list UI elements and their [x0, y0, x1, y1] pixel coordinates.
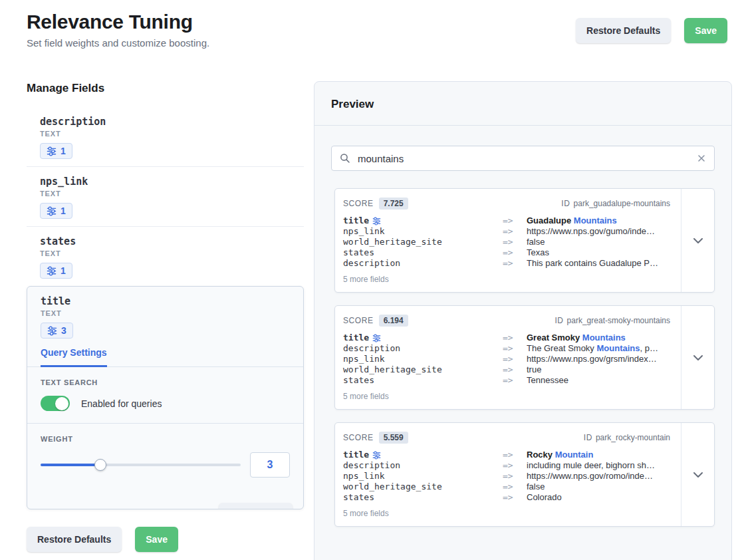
- result-field-name: world_heritage_site: [343, 237, 503, 247]
- result-field-name: title: [343, 215, 503, 226]
- restore-defaults-button-footer[interactable]: Restore Defaults: [27, 527, 122, 552]
- result-field-value: Colorado: [527, 492, 670, 503]
- result-field-name: nps_link: [343, 226, 503, 237]
- value-text: Colorado: [527, 492, 562, 502]
- field-row-title[interactable]: title TEXT 3: [27, 287, 303, 339]
- chevron-down-icon: [693, 472, 703, 478]
- field-row-description[interactable]: description TEXT 1: [27, 107, 304, 167]
- result-field-name: description: [343, 258, 503, 269]
- field-weight-badge: 1: [40, 203, 72, 219]
- field-type-label: TEXT: [41, 309, 290, 317]
- footer-actions: Restore Defaults Save: [27, 527, 178, 552]
- id-value: park_great-smoky-mountains: [567, 316, 670, 325]
- result-field-value: https://www.nps.gov/romo/inde…: [527, 471, 670, 482]
- result-card: SCORE7.725IDpark_guadalupe-mountainstitl…: [334, 188, 715, 293]
- result-field-row: description=>This park contains Guadalup…: [343, 258, 670, 269]
- id-value: park_rocky-mountain: [596, 433, 670, 442]
- result-field-name: title: [343, 333, 503, 343]
- toggle-knob: [55, 397, 68, 410]
- result-field-row: states=>Texas: [343, 247, 670, 258]
- result-field-value: This park contains Guadalupe P…: [527, 258, 670, 269]
- value-text: Tennessee: [527, 375, 568, 385]
- result-field-name: description: [343, 343, 503, 354]
- field-arrow: =>: [503, 354, 527, 364]
- search-input[interactable]: [358, 153, 697, 164]
- result-field-row: states=>Tennessee: [343, 375, 670, 386]
- weight-slider-handle[interactable]: [94, 459, 106, 471]
- manage-fields-section: Manage Fields description TEXT 1 nps_lin…: [27, 78, 304, 509]
- sliders-icon: [372, 451, 381, 460]
- result-field-row: title=>Rocky Mountain: [343, 450, 670, 460]
- preview-header: Preview: [314, 82, 731, 126]
- result-header: SCORE6.194IDpark_great-smoky-mountains: [343, 315, 670, 327]
- partially-visible-button[interactable]: [219, 503, 293, 509]
- preview-heading: Preview: [331, 98, 715, 111]
- result-score: SCORE5.559: [343, 432, 408, 444]
- field-name: states: [40, 235, 291, 247]
- field-arrow: =>: [503, 375, 527, 386]
- result-field-row: world_heritage_site=>false: [343, 237, 670, 247]
- save-button-footer[interactable]: Save: [135, 527, 178, 552]
- result-header: SCORE7.725IDpark_guadalupe-mountains: [343, 198, 670, 210]
- relevance-tuning-page: Relevance Tuning Set field weights and c…: [0, 0, 740, 560]
- search-icon: [340, 153, 350, 164]
- score-label: SCORE: [343, 316, 374, 325]
- result-field-row: nps_link=>https://www.nps.gov/romo/inde…: [343, 471, 670, 482]
- text-search-heading: TEXT SEARCH: [41, 378, 290, 386]
- field-name-text: states: [343, 375, 374, 386]
- result-field-value: Guadalupe Mountains: [527, 215, 670, 226]
- clear-search-icon[interactable]: [697, 154, 706, 163]
- field-name-text: world_heritage_site: [343, 237, 442, 247]
- field-arrow: =>: [503, 364, 527, 375]
- result-field-row: description=>The Great Smoky Mountains, …: [343, 343, 670, 354]
- expand-result-button[interactable]: [681, 423, 714, 526]
- result-field-value: https://www.nps.gov/gumo/inde…: [527, 226, 670, 237]
- expand-result-button[interactable]: [681, 306, 714, 409]
- result-field-row: nps_link=>https://www.nps.gov/grsm/index…: [343, 354, 670, 364]
- id-label: ID: [561, 199, 570, 208]
- field-name-text: title: [343, 333, 369, 343]
- weight-slider[interactable]: [41, 452, 241, 478]
- save-button[interactable]: Save: [684, 18, 727, 43]
- result-field-name: states: [343, 247, 503, 258]
- search-box: [331, 146, 715, 171]
- result-fields: title=>Guadalupe Mountainsnps_link=>http…: [343, 215, 670, 269]
- value-text: This park contains Guadalupe P…: [527, 258, 658, 268]
- sliders-icon: [47, 266, 57, 276]
- value-text: false: [527, 482, 545, 491]
- result-field-name: nps_link: [343, 471, 503, 482]
- field-arrow: =>: [503, 471, 527, 482]
- score-badge: 6.194: [379, 315, 408, 327]
- field-name-text: description: [343, 258, 400, 269]
- field-name-text: title: [343, 450, 369, 460]
- id-label: ID: [555, 316, 563, 325]
- result-id: IDpark_guadalupe-mountains: [561, 199, 670, 208]
- restore-defaults-button[interactable]: Restore Defaults: [576, 18, 671, 43]
- field-row-nps-link[interactable]: nps_link TEXT 1: [27, 167, 304, 227]
- result-card-body: SCORE6.194IDpark_great-smoky-mountainsti…: [335, 306, 681, 409]
- field-name-text: description: [343, 460, 400, 471]
- id-label: ID: [584, 433, 592, 442]
- value-text: , p…: [640, 343, 658, 353]
- weight-heading: WEIGHT: [41, 435, 290, 443]
- field-name-text: nps_link: [343, 226, 385, 237]
- result-field-row: nps_link=>https://www.nps.gov/gumo/inde…: [343, 226, 670, 237]
- tab-query-settings[interactable]: Query Settings: [41, 347, 107, 367]
- expand-result-button[interactable]: [681, 189, 714, 292]
- sliders-icon: [372, 334, 381, 343]
- sliders-icon: [372, 217, 381, 225]
- page-title: Relevance Tuning: [27, 11, 209, 33]
- result-field-name: world_heritage_site: [343, 482, 503, 492]
- value-text: Texas: [527, 247, 549, 257]
- result-fields: title=>Rocky Mountaindescription=>includ…: [343, 450, 670, 503]
- field-row-states[interactable]: states TEXT 1: [27, 227, 304, 286]
- slider-fill: [41, 464, 100, 466]
- weight-value-input[interactable]: 3: [250, 452, 290, 478]
- text-search-toggle[interactable]: [41, 396, 70, 411]
- field-arrow: =>: [503, 343, 527, 354]
- page-subtitle: Set field weights and customize boosting…: [27, 37, 209, 49]
- score-badge: 5.559: [379, 432, 408, 444]
- field-arrow: =>: [503, 333, 527, 343]
- more-fields-label: 5 more fields: [343, 509, 670, 518]
- result-field-name: world_heritage_site: [343, 364, 503, 375]
